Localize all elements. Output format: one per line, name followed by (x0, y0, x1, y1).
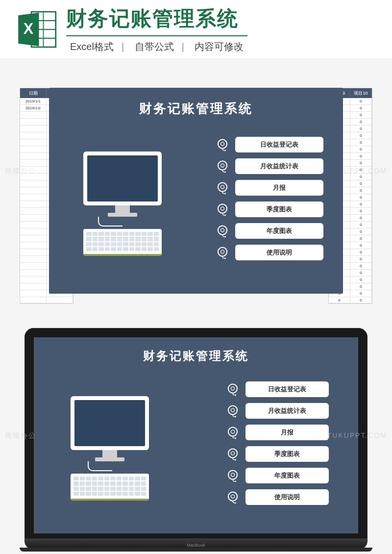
svg-point-32 (231, 430, 235, 433)
excel-icon: X (15, 7, 59, 51)
svg-point-11 (221, 164, 224, 167)
svg-point-41 (231, 495, 235, 498)
menu-item-0[interactable]: 日收益登记表 (226, 381, 329, 397)
menu-item-1[interactable]: 月收益统计表 (226, 403, 329, 419)
menu-button[interactable]: 使用说明 (245, 489, 329, 505)
bell-icon (226, 426, 240, 439)
feature-1: Excel格式 (66, 41, 118, 52)
svg-point-24 (224, 258, 226, 259)
feature-2: 自带公式 (131, 41, 178, 52)
dashboard-title-2: 财务记账管理系统 (34, 337, 358, 364)
menu-button[interactable]: 年度图表 (245, 468, 329, 483)
table-row: 00 (329, 297, 372, 304)
svg-point-39 (235, 481, 236, 482)
bell-icon (216, 181, 229, 195)
svg-point-15 (224, 193, 226, 195)
laptop-mockup: 财务记账管理系统 日收益登记表月收益统计表月报季度图表年度图表使用说明 MacB… (24, 328, 368, 550)
menu-item-5[interactable]: 使用说明 (216, 245, 323, 260)
subtitle: Excel格式| 自带公式| 内容可修改 (66, 35, 247, 53)
menu-list: 日收益登记表月收益统计表月报季度图表年度图表使用说明 (216, 137, 323, 266)
bell-icon (216, 246, 229, 259)
menu-button[interactable]: 季度图表 (245, 446, 329, 462)
menu-item-2[interactable]: 月报 (226, 425, 329, 440)
col-item10: 项目10 (350, 88, 372, 98)
menu-item-5[interactable]: 使用说明 (226, 489, 329, 505)
svg-point-14 (221, 185, 224, 189)
laptop-screen: 财务记账管理系统 日收益登记表月收益统计表月报季度图表年度图表使用说明 (34, 337, 358, 533)
col-date: 日期 (20, 88, 47, 98)
svg-point-26 (231, 387, 235, 390)
feature-3: 内容可修改 (191, 41, 247, 52)
menu-item-1[interactable]: 月收益统计表 (216, 158, 323, 174)
header-text: 财务记账管理系统 Excel格式| 自带公式| 内容可修改 (66, 5, 377, 53)
menu-button[interactable]: 季度图表 (235, 201, 323, 217)
dashboard-panel: 财务记账管理系统 日收益登记表月收益统计表月报季度图表年度图表使用说明 (49, 88, 343, 294)
menu-button[interactable]: 使用说明 (235, 245, 323, 260)
dashboard-title: 财务记账管理系统 (49, 88, 343, 117)
svg-point-8 (221, 142, 224, 146)
bell-icon (226, 447, 240, 461)
menu-button[interactable]: 月报 (245, 425, 329, 440)
svg-point-17 (221, 207, 224, 210)
menu-button[interactable]: 年度图表 (235, 223, 323, 239)
bell-icon (216, 202, 229, 216)
menu-item-4[interactable]: 年度图表 (216, 223, 323, 239)
macbook-label: MacBook (187, 543, 205, 548)
page-title: 财务记账管理系统 (66, 5, 377, 32)
svg-point-29 (231, 408, 235, 412)
bell-icon (226, 469, 240, 482)
svg-point-20 (221, 228, 224, 232)
menu-item-2[interactable]: 月报 (216, 180, 323, 196)
menu-button[interactable]: 日收益登记表 (245, 381, 329, 397)
menu-item-0[interactable]: 日收益登记表 (216, 137, 323, 152)
header-bar: X 财务记账管理系统 Excel格式| 自带公式| 内容可修改 (0, 0, 392, 58)
menu-item-3[interactable]: 季度图表 (216, 201, 323, 217)
svg-point-33 (235, 438, 236, 439)
svg-point-23 (221, 250, 224, 253)
svg-point-12 (224, 172, 226, 173)
svg-point-35 (231, 452, 235, 455)
bell-icon (226, 404, 240, 418)
menu-list: 日收益登记表月收益统计表月报季度图表年度图表使用说明 (226, 381, 329, 511)
svg-point-42 (235, 503, 236, 504)
svg-point-18 (224, 215, 226, 216)
svg-text:X: X (24, 20, 34, 37)
svg-point-36 (235, 459, 236, 461)
laptop-base: MacBook (24, 539, 368, 550)
computer-icon (68, 396, 151, 501)
svg-point-38 (231, 473, 235, 477)
menu-item-3[interactable]: 季度图表 (226, 446, 329, 462)
bell-icon (216, 138, 229, 151)
preview-bottom: 财务记账管理系统 日收益登记表月收益统计表月报季度图表年度图表使用说明 MacB… (0, 308, 392, 554)
bell-icon (216, 159, 229, 173)
svg-point-27 (235, 395, 236, 396)
preview-top: 日期 项目1 2019/1/13000 2019/1/21965 项目9 项目1… (0, 58, 392, 308)
bell-icon (226, 490, 240, 504)
table-row (20, 297, 73, 304)
menu-button[interactable]: 月收益统计表 (235, 158, 323, 174)
svg-point-30 (235, 416, 236, 418)
menu-button[interactable]: 日收益登记表 (235, 137, 323, 152)
menu-button[interactable]: 月收益统计表 (245, 403, 329, 419)
menu-item-4[interactable]: 年度图表 (226, 468, 329, 483)
menu-button[interactable]: 月报 (235, 180, 323, 196)
bell-icon (216, 224, 229, 238)
svg-point-9 (224, 150, 226, 151)
svg-point-21 (224, 236, 226, 238)
bell-icon (226, 382, 240, 396)
computer-icon (78, 151, 167, 256)
